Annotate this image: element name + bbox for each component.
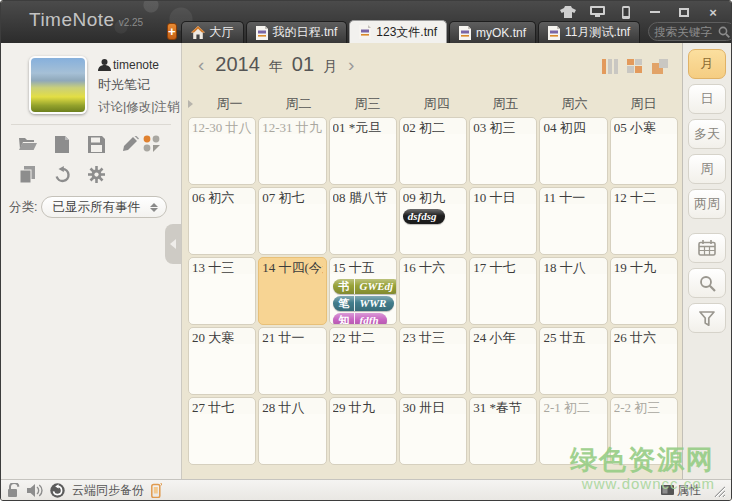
view-button[interactable]: 周 [688, 154, 726, 184]
day-cell[interactable]: 14 十四(今天) [258, 257, 326, 325]
maximize-button[interactable] [676, 5, 692, 19]
day-cell[interactable]: 25 廿五 [539, 327, 607, 395]
search-input[interactable] [654, 26, 718, 38]
day-cell[interactable]: 15 十五书GWEdj笔WWR知fdfh [329, 257, 397, 325]
tab[interactable]: 123文件.tnf [349, 20, 447, 43]
day-cell[interactable]: 13 十三 [188, 257, 256, 325]
weekday-label: 周一 [195, 95, 264, 113]
day-cell[interactable]: 23 廿三 [399, 327, 467, 395]
search-box[interactable] [648, 22, 732, 41]
day-label: 24 小年 [473, 329, 533, 347]
day-cell[interactable]: 19 十九 [610, 257, 678, 325]
prev-month-button[interactable]: ‹ [196, 55, 206, 74]
grid-view-icon[interactable] [627, 59, 643, 74]
day-cell[interactable]: 20 大寒 [188, 327, 256, 395]
avatar[interactable] [29, 56, 87, 114]
category-select[interactable]: 已显示所有事件 [41, 196, 167, 218]
monitor-icon[interactable] [589, 5, 605, 19]
day-cell[interactable]: 31 *春节 [469, 397, 537, 465]
skin-icon[interactable] [560, 5, 576, 19]
open-folder-button[interactable] [17, 133, 39, 155]
day-cell[interactable]: 16 十六 [399, 257, 467, 325]
day-cell[interactable]: 10 十日 [469, 187, 537, 255]
day-cell[interactable]: 21 廿一 [258, 327, 326, 395]
day-cell[interactable]: 01 *元旦 [329, 117, 397, 185]
day-cell[interactable]: 26 廿六 [610, 327, 678, 395]
minimize-button[interactable] [647, 5, 663, 19]
tab[interactable]: myOK.tnf [449, 21, 536, 43]
day-label: 19 十九 [614, 259, 674, 277]
doc-icon [548, 26, 560, 40]
day-cell[interactable]: 03 初三 [469, 117, 537, 185]
new-file-button[interactable] [51, 133, 73, 155]
view-button[interactable]: 两周 [688, 189, 726, 219]
layout-grid-icon[interactable] [141, 133, 163, 155]
calendar-nav: ‹ 2014 年 01 月 › [196, 53, 356, 76]
next-month-button[interactable]: › [346, 55, 356, 74]
columns-view-icon[interactable] [602, 59, 618, 74]
day-cell[interactable]: 12 十二 [610, 187, 678, 255]
doc-icon [256, 26, 268, 40]
event-pill[interactable]: 书GWEdj [333, 279, 397, 294]
properties-button[interactable]: 属性 [661, 482, 701, 499]
day-cell[interactable]: 06 初六 [188, 187, 256, 255]
day-cell[interactable]: 04 初四 [539, 117, 607, 185]
save-button[interactable] [85, 133, 107, 155]
day-label: 15 十五 [333, 259, 393, 277]
day-cell[interactable]: 2-1 初二 [539, 397, 607, 465]
day-cell[interactable]: 27 廿七 [188, 397, 256, 465]
day-cell[interactable]: 07 初七 [258, 187, 326, 255]
day-label: 12 十二 [614, 189, 674, 207]
settings-gear-icon[interactable] [85, 163, 107, 185]
event-pill[interactable]: 笔WWR [333, 296, 395, 311]
day-cell[interactable]: 12-31 廿九 [258, 117, 326, 185]
event-pill[interactable]: dsfdsg [403, 209, 445, 224]
day-label: 2-2 初三 [614, 399, 674, 417]
copy-button[interactable] [17, 163, 39, 185]
edit-button[interactable] [119, 133, 141, 155]
speaker-icon[interactable] [27, 484, 43, 497]
day-cell[interactable]: 2-2 初三 [610, 397, 678, 465]
day-cell[interactable]: 12-30 廿八 [188, 117, 256, 185]
mini-calendar-button[interactable] [688, 233, 726, 263]
phone-icon[interactable] [618, 5, 634, 19]
day-cell[interactable]: 29 廿九 [329, 397, 397, 465]
day-cell[interactable]: 28 廿八 [258, 397, 326, 465]
day-cell[interactable]: 17 十七 [469, 257, 537, 325]
layered-view-icon[interactable] [652, 59, 668, 74]
day-cell[interactable]: 18 十八 [539, 257, 607, 325]
mobile-sync-icon[interactable] [151, 483, 162, 498]
tab-label: 11月测试.tnf [565, 24, 630, 41]
tab[interactable]: 大厅 [181, 21, 244, 43]
close-button[interactable]: × [705, 5, 721, 19]
day-cell[interactable]: 05 小寒 [610, 117, 678, 185]
year-value: 2014 [215, 53, 260, 76]
day-cell[interactable]: 09 初九dsfdsg [399, 187, 467, 255]
filter-button[interactable] [688, 303, 726, 333]
tab[interactable]: 11月测试.tnf [538, 21, 640, 43]
new-tab-button[interactable]: + [167, 23, 177, 40]
divider [11, 124, 171, 125]
view-button[interactable]: 日 [688, 84, 726, 114]
sync-icon[interactable] [50, 483, 65, 498]
weekday-label: 周四 [402, 95, 471, 113]
account-links[interactable]: 讨论|修改|注销 [98, 99, 180, 116]
day-cell[interactable]: 24 小年 [469, 327, 537, 395]
day-cell[interactable]: 02 初二 [399, 117, 467, 185]
resize-grip[interactable] [712, 484, 725, 497]
unlock-icon[interactable] [7, 483, 20, 498]
view-button[interactable]: 多天 [688, 119, 726, 149]
sync-label[interactable]: 云端同步备份 [72, 482, 144, 499]
right-toolbar: 月日多天周两周 [682, 43, 731, 479]
search-events-button[interactable] [688, 268, 726, 298]
day-cell[interactable]: 22 廿二 [329, 327, 397, 395]
event-pill[interactable]: 知fdfh [333, 313, 387, 325]
tab[interactable]: 我的日程.tnf [246, 21, 348, 43]
day-cell[interactable]: 11 十一 [539, 187, 607, 255]
day-cell[interactable]: 30 卅日 [399, 397, 467, 465]
view-button[interactable]: 月 [688, 49, 726, 79]
undo-icon[interactable] [51, 163, 73, 185]
tab-bar: + 大厅 我的日程.tnf 123文件.tnf myOK.tnf 11月测试.t… [167, 20, 731, 43]
sidebar-collapse-handle[interactable] [165, 224, 181, 264]
day-cell[interactable]: 08 腊八节 [329, 187, 397, 255]
